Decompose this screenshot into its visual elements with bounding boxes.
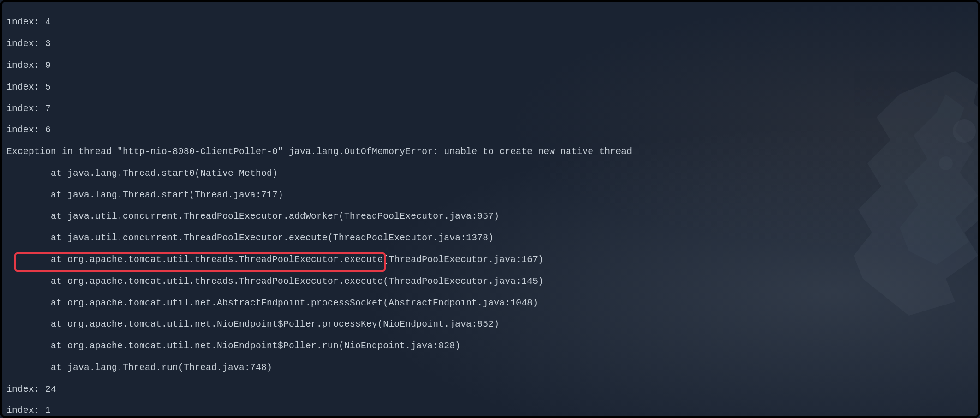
terminal-line: at org.apache.tomcat.util.net.AbstractEn… bbox=[6, 298, 974, 309]
terminal-line: at java.lang.Thread.start0(Native Method… bbox=[6, 168, 974, 179]
terminal-line: index: 7 bbox=[6, 104, 974, 114]
terminal-line: index: 1 bbox=[6, 406, 974, 416]
terminal-output: index: 4 index: 3 index: 9 index: 5 inde… bbox=[6, 6, 974, 418]
terminal-line: at java.util.concurrent.ThreadPoolExecut… bbox=[6, 211, 974, 222]
terminal-line: at java.util.concurrent.ThreadPoolExecut… bbox=[6, 233, 974, 244]
terminal-line: at org.apache.tomcat.util.net.NioEndpoin… bbox=[6, 341, 974, 352]
terminal-line: index: 24 bbox=[6, 384, 974, 395]
terminal-line: Exception in thread "http-nio-8080-Clien… bbox=[6, 147, 974, 157]
terminal-line: index: 3 bbox=[6, 39, 974, 49]
terminal-line: index: 4 bbox=[6, 17, 974, 28]
terminal-line: at org.apache.tomcat.util.net.NioEndpoin… bbox=[6, 319, 974, 330]
terminal-line: index: 5 bbox=[6, 82, 974, 93]
terminal-line: at java.lang.Thread.start(Thread.java:71… bbox=[6, 190, 974, 201]
terminal-line: index: 6 bbox=[6, 125, 974, 136]
terminal-line: at org.apache.tomcat.util.threads.Thread… bbox=[6, 276, 974, 287]
terminal-line: at java.lang.Thread.run(Thread.java:748) bbox=[6, 363, 974, 373]
terminal-line: index: 9 bbox=[6, 60, 974, 71]
terminal-line: at org.apache.tomcat.util.threads.Thread… bbox=[6, 255, 974, 265]
